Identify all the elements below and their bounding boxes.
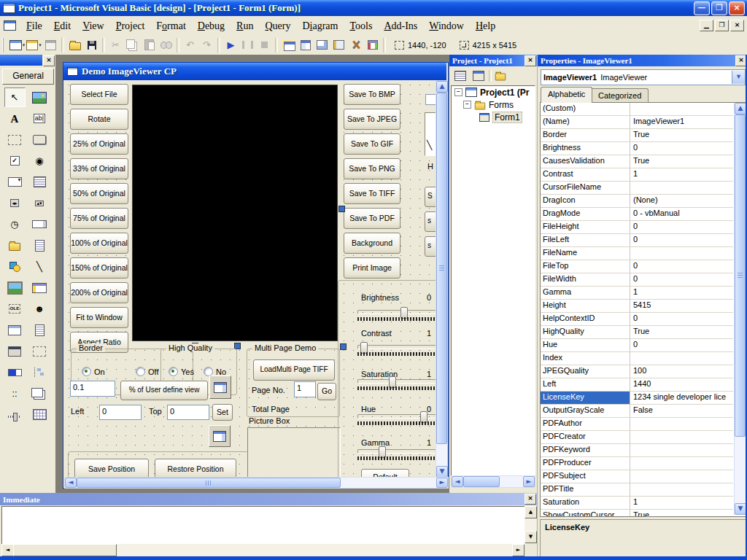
- tool-check-box[interactable]: ✓: [5, 152, 25, 170]
- contrast-slider-track[interactable]: [357, 345, 436, 349]
- property-row-saturation[interactable]: Saturation1: [541, 497, 733, 510]
- scroll-right-icon[interactable]: ►: [436, 478, 448, 488]
- toggle-folders-button[interactable]: [494, 69, 510, 83]
- scroll-down-icon[interactable]: ▼: [735, 503, 746, 515]
- property-row-name[interactable]: (Name)ImageViewer1: [541, 116, 733, 129]
- toolbox-button[interactable]: [347, 37, 364, 53]
- start-button[interactable]: ▶: [222, 37, 239, 53]
- scroll-up-icon[interactable]: ▲: [525, 506, 537, 518]
- property-row-index[interactable]: Index: [541, 352, 733, 365]
- tool-form-control[interactable]: [30, 342, 50, 360]
- collapse-icon[interactable]: −: [463, 101, 471, 109]
- save-to-tiff-button[interactable]: Save To TIFF: [344, 183, 400, 204]
- 50-of-original-button[interactable]: 50% of Original: [70, 183, 128, 204]
- top-input[interactable]: 0: [167, 405, 209, 420]
- properties-vscrollbar[interactable]: ▲ ▼: [734, 103, 746, 515]
- project-tree[interactable]: − Project1 (Pr − Forms Form1: [451, 85, 535, 477]
- scroll-right-icon[interactable]: ►: [523, 476, 535, 487]
- property-row-pdfproducer[interactable]: PDFProducer: [541, 457, 733, 470]
- vscroll-thumb[interactable]: [436, 93, 447, 444]
- page-no-input[interactable]: 1: [294, 381, 316, 397]
- quality-yes-radio[interactable]: Yes: [169, 367, 194, 376]
- mdi-minimize-button[interactable]: ▁: [700, 20, 713, 31]
- scroll-down-icon[interactable]: ▼: [436, 466, 448, 478]
- property-row-filewidth[interactable]: FileWidth0: [541, 273, 733, 287]
- property-row-dragmode[interactable]: DragMode0 - vbManual: [541, 208, 733, 221]
- tool-pointer[interactable]: ↖: [4, 88, 26, 107]
- menu-project[interactable]: Project: [110, 17, 151, 35]
- menu-tools[interactable]: Tools: [344, 17, 378, 35]
- 200-of-original-button[interactable]: 200% of Original: [70, 282, 128, 303]
- tool-command-button[interactable]: [30, 131, 50, 149]
- gamma-slider-track[interactable]: [357, 449, 436, 454]
- menu-window[interactable]: Window: [423, 17, 470, 35]
- immediate-content[interactable]: [1, 506, 525, 545]
- print-image-button[interactable]: Print Image: [344, 257, 400, 279]
- property-row-gamma[interactable]: Gamma1: [541, 287, 733, 300]
- property-row-fileheight[interactable]: FileHeight0: [541, 221, 733, 234]
- scroll-left-icon[interactable]: ◄: [452, 476, 463, 487]
- save-position-button[interactable]: Save Position: [74, 459, 149, 477]
- tool-slider-control[interactable]: [5, 405, 25, 424]
- 75-of-original-button[interactable]: 75% of Original: [70, 208, 128, 229]
- tool-shape[interactable]: [5, 257, 25, 276]
- mdi-restore-button[interactable]: ❐: [715, 20, 729, 31]
- vscroll-thumb[interactable]: [735, 114, 746, 437]
- hue-slider-track[interactable]: [357, 414, 436, 419]
- property-row-left[interactable]: Left1440: [541, 378, 733, 392]
- object-dropdown[interactable]: ImageViewer1 ImageViewer ▼: [541, 69, 746, 85]
- tool-timer[interactable]: ◷: [5, 215, 25, 233]
- zoom-percent-input[interactable]: 0.1: [70, 381, 115, 397]
- menu-query[interactable]: Query: [259, 17, 296, 35]
- tool-drive-list-box[interactable]: [30, 215, 50, 233]
- tool-vscrollbar[interactable]: ▴▾: [30, 194, 50, 212]
- property-row-pdfcreator[interactable]: PDFCreator: [541, 431, 733, 444]
- tool-list-box[interactable]: [30, 173, 50, 191]
- scroll-right-icon[interactable]: ►: [512, 544, 525, 556]
- background-color-button[interactable]: Background Color: [344, 233, 400, 254]
- tool-page-control[interactable]: [30, 321, 50, 339]
- property-row-outputgrayscale[interactable]: OutputGrayScaleFalse: [541, 405, 733, 418]
- user-define-view-button[interactable]: % of User define view: [120, 381, 208, 400]
- scroll-left-icon[interactable]: ◄: [1, 544, 14, 556]
- property-row-custom[interactable]: (Custom): [541, 103, 733, 116]
- fit-to-window-button[interactable]: Fit to Window: [70, 307, 128, 328]
- property-row-showcustomcursor[interactable]: ShowCustomCursorTrue: [541, 510, 733, 517]
- tool-picture-box[interactable]: [30, 88, 50, 106]
- tool-flexgrid-control[interactable]: [30, 405, 50, 424]
- tree-item-form1[interactable]: Form1: [452, 111, 535, 123]
- menu-addins[interactable]: Add-Ins: [378, 17, 423, 35]
- clipped-checkbox[interactable]: [425, 94, 436, 105]
- property-row-border[interactable]: BorderTrue: [541, 129, 733, 142]
- border-on-radio[interactable]: On: [82, 367, 105, 376]
- property-row-cursorfilename[interactable]: CursorFileName: [541, 182, 733, 195]
- scroll-down-icon[interactable]: ▼: [525, 531, 537, 543]
- toolbox-title-bar[interactable]: [0, 55, 42, 66]
- tool-progressbar-control[interactable]: [5, 363, 25, 381]
- view-mode-icon-button[interactable]: [209, 376, 231, 399]
- form-layout-window-button[interactable]: [314, 37, 330, 53]
- default-button[interactable]: Default: [361, 469, 409, 477]
- immediate-hscrollbar[interactable]: ◄ ►: [1, 544, 525, 556]
- project-explorer-hscrollbar[interactable]: ◄ ►: [451, 475, 535, 488]
- tool-image-viewer-control[interactable]: ☻: [30, 300, 50, 318]
- object-browser-button[interactable]: [330, 37, 347, 53]
- tool-dir-list-box[interactable]: [5, 236, 25, 254]
- menu-file[interactable]: File: [20, 17, 48, 35]
- toolbox-tab-general[interactable]: General: [2, 69, 54, 85]
- rotate-button[interactable]: Rotate: [70, 109, 128, 130]
- property-row-helpcontextid[interactable]: HelpContextID0: [541, 313, 733, 326]
- left-input[interactable]: 0: [99, 405, 142, 420]
- view-code-button[interactable]: [452, 69, 468, 83]
- tool-hscrollbar[interactable]: ◂▸: [5, 194, 25, 212]
- tool-treeview-control[interactable]: [30, 363, 50, 381]
- property-row-hue[interactable]: Hue0: [541, 339, 733, 352]
- 33-of-original-button[interactable]: 33% of Original: [70, 158, 128, 179]
- 25-of-original-button[interactable]: 25% of Original: [70, 133, 128, 155]
- 150-of-original-button[interactable]: 150% of Original: [70, 257, 128, 279]
- property-row-jpegquality[interactable]: JPEGQuality100: [541, 365, 733, 378]
- property-row-causesvalidation[interactable]: CausesValidationTrue: [541, 155, 733, 168]
- save-to-pdf-button[interactable]: Save To PDF: [344, 208, 400, 229]
- property-row-dragicon[interactable]: DragIcon(None): [541, 195, 733, 208]
- mdi-child-icon[interactable]: [4, 20, 16, 31]
